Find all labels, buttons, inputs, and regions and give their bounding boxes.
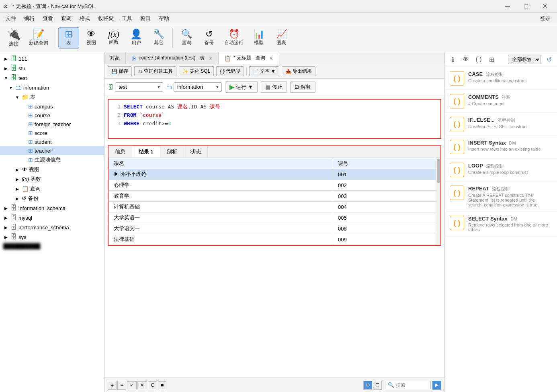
table-row[interactable]: 法律基础 009 (109, 234, 440, 245)
query-tool-button[interactable]: ↑↓ 查询创建工具 (134, 66, 176, 76)
results-tab-analyze[interactable]: 剖析 (160, 146, 184, 157)
toolbar-query[interactable]: 🔍 查询 (176, 28, 197, 48)
sidebar-item-funcs-folder[interactable]: ▶ f(x) 函数 (0, 174, 104, 184)
tab-course-table[interactable]: ⊞ course @information (test) - 表 ✕ (126, 52, 219, 64)
sidebar-item-information[interactable]: ▼ 🗃 information (0, 83, 104, 92)
db-selector-1-wrapper[interactable]: 🗄 test ▼ (108, 82, 163, 92)
toolbar-chart[interactable]: 📈 图表 (271, 28, 292, 48)
sidebar-item-mysql[interactable]: ▶ 🗄 mysql (0, 213, 104, 223)
sidebar-item-backups-folder[interactable]: ▶ ↺ 备份 (0, 194, 104, 203)
toolbar-newquery[interactable]: 📝 新建查询 (26, 28, 51, 48)
stop-query-button[interactable]: ■ (158, 381, 166, 389)
results-tab-info[interactable]: 信息 (109, 146, 132, 157)
snippet-repeat[interactable]: ( ) REPEAT 流程控制 Create A REPEAT construc… (445, 182, 557, 212)
sidebar-item-test[interactable]: ▼ 🗄 test (0, 73, 104, 83)
toolbar-table[interactable]: ⊞ 表 (58, 27, 79, 49)
beautify-button[interactable]: ✨ 美化 SQL (179, 66, 214, 76)
toolbar-func[interactable]: f(x) 函数 (103, 29, 124, 47)
sidebar-item-information-schema[interactable]: ▶ 🗄 information_schema (0, 203, 104, 213)
tab-query[interactable]: 📋 * 无标题 - 查询 ✕ (219, 52, 279, 64)
maximize-button[interactable]: □ (517, 0, 535, 13)
text-button[interactable]: 📄 文本 ▼ (249, 66, 279, 76)
tag-filter-select[interactable]: 全部标签 (508, 55, 541, 64)
login-button[interactable]: 登录 (535, 13, 555, 24)
add-row-button[interactable]: + (108, 381, 117, 390)
snippet-insert[interactable]: ( ) INSERT Syntax DM Insert new rows int… (445, 136, 557, 159)
tab-query-close[interactable]: ✕ (269, 55, 273, 61)
sidebar-item-views-folder[interactable]: ▶ 👁 视图 (0, 165, 104, 174)
snippet-select[interactable]: ( ) SELECT Syntax DM Retrieve rows selec… (445, 212, 557, 237)
sidebar-item-course[interactable]: ⊞ course (0, 111, 104, 120)
db-selector-2[interactable]: information (174, 82, 222, 92)
toolbar-connect[interactable]: 🔌 连接 (3, 27, 24, 49)
info-icon-btn[interactable]: ℹ (448, 55, 458, 64)
toolbar-user[interactable]: 👤 用户 (126, 28, 147, 48)
explain-button[interactable]: ⊡ 解释 (290, 82, 315, 93)
snippet-comments[interactable]: ( ) COMMENTS 注释 # Create comment (445, 90, 557, 113)
refresh-icon-btn[interactable]: ↺ (544, 55, 554, 64)
db-selector-2-wrapper[interactable]: 🗃 information ▼ (166, 82, 222, 92)
remove-row-button[interactable]: − (117, 381, 126, 390)
toolbar-view[interactable]: 👁 视图 (81, 28, 102, 48)
menu-format[interactable]: 格式 (76, 13, 94, 24)
search-input[interactable] (396, 382, 428, 388)
menu-edit[interactable]: 编辑 (20, 13, 39, 24)
stop-button[interactable]: ◼ 停止 (261, 81, 287, 93)
snippet-case[interactable]: ( ) CASE 流程控制 Create a conditional const… (445, 67, 557, 90)
menu-bookmarks[interactable]: 收藏夹 (94, 13, 118, 24)
sidebar-item-stu[interactable]: ▶ 🗄 stu (0, 63, 104, 73)
tab-course-close[interactable]: ✕ (209, 55, 213, 61)
confirm-button[interactable]: ✓ (127, 381, 137, 389)
sidebar-item-score[interactable]: ⊞ score (0, 129, 104, 137)
table-row[interactable]: 大学英语一 005 (109, 212, 440, 223)
db-selector-1[interactable]: test (115, 82, 163, 92)
sql-editor[interactable]: 1 SELECT course AS 课名,ID AS 课号 2 FROM `c… (108, 99, 441, 139)
sidebar-item-foreign-teacher[interactable]: ⊞ foreign_teacher (0, 120, 104, 129)
menu-query[interactable]: 查询 (57, 13, 76, 24)
results-scrollbar[interactable] (436, 158, 440, 245)
results-tab-result1[interactable]: 结果 1 (132, 146, 160, 157)
code-icon-btn[interactable]: ( ) (474, 55, 483, 64)
menu-tools[interactable]: 工具 (118, 13, 136, 24)
cancel-row-button[interactable]: ✕ (137, 381, 147, 389)
save-button[interactable]: 💾 保存 (108, 66, 132, 76)
toolbar-model[interactable]: 📊 模型 (248, 28, 269, 48)
snippet-ifelse[interactable]: ( ) IF...ELSE... 流程控制 Create a IF...ELSE… (445, 113, 557, 136)
table-row[interactable]: 大学语文一 008 (109, 223, 440, 234)
sidebar-item-111[interactable]: ▶ 🗄 111 (0, 54, 104, 63)
backup-label: 备份 (204, 39, 214, 46)
refresh-button[interactable]: C (148, 381, 157, 389)
minimize-button[interactable]: ─ (498, 0, 517, 13)
export-button[interactable]: 📤 导出结果 (282, 66, 315, 76)
results-tab-status[interactable]: 状态 (184, 146, 208, 157)
sidebar-item-tables-folder[interactable]: ▼ 📁 表 (0, 92, 104, 102)
list-view-button[interactable]: ☰ (373, 381, 382, 390)
table-row[interactable]: 教育学 003 (109, 191, 440, 202)
menu-file[interactable]: 文件 (2, 13, 20, 24)
sidebar-item-campus[interactable]: ⊞ campus (0, 102, 104, 111)
close-button[interactable]: ✕ (535, 0, 554, 13)
table-row[interactable]: 心理学 002 (109, 180, 440, 191)
run-button[interactable]: ▶ 运行 ▼ (225, 81, 258, 93)
grid-view-button[interactable]: ⊞ (363, 381, 372, 390)
expand-panel-button[interactable]: ▶ (432, 381, 441, 390)
snippet-loop[interactable]: ( ) LOOP 流程控制 Create a simple loop const… (445, 159, 557, 182)
sidebar-item-sys[interactable]: ▶ 🗄 sys (0, 232, 104, 242)
toolbar-backup[interactable]: ↺ 备份 (199, 28, 219, 48)
menu-window[interactable]: 窗口 (136, 13, 155, 24)
toolbar-autorun[interactable]: ⏰ 自动运行 (221, 28, 247, 48)
sidebar-item-queries-folder[interactable]: ▶ 📋 查询 (0, 184, 104, 194)
tab-object[interactable]: 对象 (104, 52, 126, 64)
table-row[interactable]: 计算机基础 004 (109, 202, 440, 212)
menu-view[interactable]: 查看 (39, 13, 57, 24)
sidebar-item-shengdi[interactable]: ⊞ 生源地信息 (0, 155, 104, 165)
menu-help[interactable]: 帮助 (155, 13, 173, 24)
table-row[interactable]: ▶ 邓小平理论 001 (109, 169, 440, 180)
grid-icon-btn[interactable]: ⊞ (487, 55, 496, 64)
sidebar-item-teacher[interactable]: ⊞ teacher (0, 146, 104, 155)
sidebar-item-student[interactable]: ⊞ student (0, 137, 104, 146)
code-section-button[interactable]: { } 代码段 (216, 66, 244, 76)
toolbar-other[interactable]: 🔧 其它 (148, 28, 169, 48)
preview-icon-btn[interactable]: 👁 (461, 55, 471, 64)
sidebar-item-perfschema[interactable]: ▶ 🗄 performance_schema (0, 223, 104, 232)
